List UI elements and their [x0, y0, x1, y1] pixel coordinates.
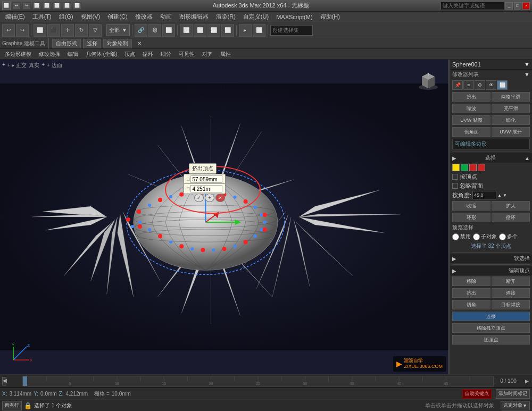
- weld-btn[interactable]: 焊接: [492, 288, 530, 298]
- value1-popup[interactable]: □: [184, 174, 226, 184]
- modify-select-btn[interactable]: 修改选择: [36, 50, 63, 58]
- viewport-shading[interactable]: 真实: [29, 62, 39, 69]
- select-region-btn[interactable]: ⬛: [47, 24, 60, 37]
- freeform-btn[interactable]: 自由形式: [52, 39, 81, 48]
- render-btn[interactable]: ▸: [239, 24, 252, 37]
- object-name-field[interactable]: Sphere001 ▼: [450, 60, 532, 70]
- mirror-btn[interactable]: ⬜: [194, 24, 206, 37]
- by-vertex-checkbox[interactable]: [452, 174, 458, 180]
- menu-edit[interactable]: 编辑(E): [2, 12, 28, 22]
- mod-pin-btn[interactable]: 📌: [452, 80, 463, 90]
- menu-render[interactable]: 渲染(R): [213, 12, 239, 22]
- vertex-btn[interactable]: 顶点: [122, 50, 138, 58]
- redo-btn[interactable]: ↪: [22, 2, 31, 10]
- grow-btn[interactable]: 扩大: [492, 201, 530, 211]
- snap-btn[interactable]: ⬜: [221, 24, 234, 37]
- bind-btn[interactable]: ⬜: [162, 24, 175, 37]
- vertex-mode-icon[interactable]: [452, 164, 460, 171]
- selected-filter-dropdown[interactable]: 选定对象 ▼: [501, 401, 530, 410]
- move-isolated-btn[interactable]: 移除孤立顶点: [452, 323, 530, 333]
- uvw-unwrap-btn[interactable]: UVW 展开: [492, 127, 530, 137]
- file-btn3[interactable]: ⬜: [53, 2, 61, 10]
- undo-toolbar-btn[interactable]: ↩: [2, 24, 15, 37]
- shrink-btn[interactable]: 收缩: [452, 201, 491, 211]
- edit-vertices-section[interactable]: ▶ 编辑顶点: [450, 266, 532, 275]
- selection-btn[interactable]: 选择: [83, 39, 101, 48]
- align-sub-btn[interactable]: 对齐: [200, 50, 215, 58]
- extrude-vertex-btn[interactable]: 挤出: [452, 288, 491, 298]
- mod-config-btn[interactable]: ⚙: [475, 80, 485, 90]
- confirm-cancel-btn[interactable]: ✕: [215, 194, 225, 202]
- visibility-btn[interactable]: 可见性: [176, 50, 197, 58]
- mesh-smooth-btn[interactable]: 网格平滑: [492, 92, 530, 102]
- geometry-all-btn[interactable]: 几何体 (全部): [83, 50, 120, 58]
- viewport-edge-faces[interactable]: + 边面: [47, 62, 62, 69]
- mod-list-btn[interactable]: ≡: [463, 80, 474, 90]
- loop-btn2[interactable]: 循环: [492, 213, 530, 222]
- extrude-value1-input[interactable]: [190, 175, 222, 183]
- edit-btn[interactable]: 编辑: [65, 50, 81, 58]
- file-btn4[interactable]: ⬜: [63, 2, 71, 10]
- align-btn[interactable]: ⬜: [207, 24, 220, 37]
- move-btn[interactable]: ✛: [61, 24, 74, 37]
- menu-animation[interactable]: 动画: [157, 12, 175, 22]
- viewport-nav-plus[interactable]: +: [2, 62, 5, 69]
- select-object-btn[interactable]: ⬜: [34, 24, 46, 37]
- maximize-btn[interactable]: □: [514, 2, 521, 10]
- selection-set-input[interactable]: [270, 25, 313, 36]
- vertex-map-btn[interactable]: 图顶点: [452, 335, 530, 345]
- search-input[interactable]: [440, 2, 504, 10]
- confirm-ok-btn[interactable]: ✓: [194, 194, 204, 202]
- preview-subobject-option[interactable]: 子对象: [473, 233, 497, 240]
- timeline-left-arrow[interactable]: ◀: [2, 377, 6, 385]
- ring-btn[interactable]: 环形: [452, 213, 491, 222]
- redo-toolbar-btn[interactable]: ↪: [16, 24, 29, 37]
- menu-tools[interactable]: 工具(T): [29, 12, 55, 22]
- poly-modeling-btn[interactable]: 多边形建模: [2, 50, 34, 58]
- rotate-btn[interactable]: ↻: [75, 24, 88, 37]
- preview-multi-option[interactable]: 多个: [499, 233, 518, 240]
- value2-popup[interactable]: □: [184, 183, 226, 194]
- file-btn2[interactable]: ⬜: [43, 2, 51, 10]
- shell-smooth-btn[interactable]: 壳平滑: [492, 104, 530, 113]
- bevel-face-btn[interactable]: 倒角面: [452, 127, 491, 137]
- scale-btn[interactable]: ▽: [89, 24, 102, 37]
- viewport-mode-orthographic[interactable]: + ▸ 正交: [7, 62, 27, 69]
- set-key-btn[interactable]: 添加时间标记: [496, 389, 530, 399]
- soft-select-section[interactable]: ▶ 软选择: [450, 254, 532, 263]
- chamfer-btn[interactable]: 切角: [452, 300, 491, 309]
- view-cube-gizmo[interactable]: T: [414, 65, 443, 94]
- extrude-value2-input[interactable]: [190, 185, 222, 192]
- lock-icon[interactable]: 🔒: [24, 402, 32, 409]
- viewport-plus2[interactable]: +: [41, 62, 45, 69]
- menu-group[interactable]: 组(G): [56, 12, 77, 22]
- element-mode-icon[interactable]: [478, 164, 485, 171]
- filter-angle-spin-up[interactable]: ▲: [497, 193, 502, 198]
- loop-btn[interactable]: 循环: [140, 50, 156, 58]
- extrude-btn[interactable]: 挤出: [452, 92, 491, 102]
- render-frame-btn[interactable]: ⬜: [253, 24, 265, 37]
- menu-modifiers[interactable]: 修改器: [132, 12, 156, 22]
- menu-help[interactable]: 帮助(H): [317, 12, 343, 22]
- selection-filter-dropdown[interactable]: 全部 ▼: [106, 24, 130, 36]
- undo-btn[interactable]: ↩: [12, 2, 21, 10]
- confirm-add-btn[interactable]: +: [205, 194, 214, 202]
- ignore-backface-checkbox[interactable]: [452, 183, 458, 189]
- filter-angle-input[interactable]: [472, 191, 496, 199]
- selection-section-title[interactable]: ▶ 选择 ▲: [450, 153, 532, 163]
- uvw-map-btn[interactable]: UVW 贴图: [452, 115, 491, 125]
- edge-mode-icon[interactable]: [461, 164, 468, 171]
- layer-btn[interactable]: ⬜: [180, 24, 193, 37]
- preview-disable-option[interactable]: 禁用: [452, 233, 471, 240]
- mod-active-btn[interactable]: ⬜: [497, 80, 508, 90]
- menu-create[interactable]: 创建(C): [104, 12, 130, 22]
- preview-subobject-radio[interactable]: [473, 233, 480, 240]
- unlink-btn[interactable]: ⛓: [148, 24, 161, 37]
- auto-key-btn[interactable]: 自动关键点: [462, 389, 492, 399]
- link-btn[interactable]: 🔗: [135, 24, 147, 37]
- mod-show-btn[interactable]: 👁: [486, 80, 496, 90]
- timeline-slider[interactable]: 5 10 15 20 25 30 35 40 45: [22, 376, 494, 387]
- close-btn[interactable]: ×: [522, 2, 530, 10]
- subdivide-btn[interactable]: 细分: [158, 50, 174, 58]
- filter-angle-spin-down[interactable]: ▼: [503, 193, 507, 198]
